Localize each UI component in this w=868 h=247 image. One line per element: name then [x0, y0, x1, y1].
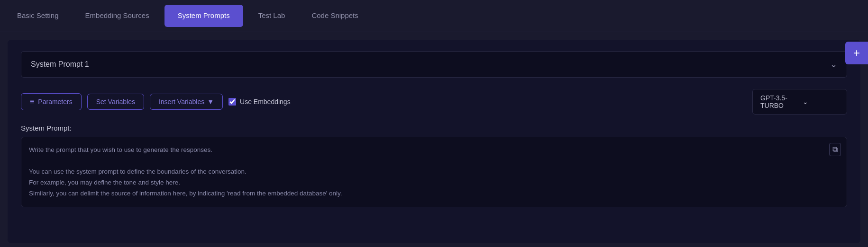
prompt-line-placeholder: Write the prompt that you wish to use to… [29, 145, 823, 156]
model-chevron-icon: ⌄ [803, 98, 839, 106]
nav-item-basic-setting[interactable]: Basic Setting [4, 0, 72, 32]
set-variables-button[interactable]: Set Variables [87, 94, 144, 110]
prompt-textarea-area: Write the prompt that you wish to use to… [21, 137, 847, 207]
insert-variables-label: Insert Variables [159, 98, 204, 106]
controls-row: Parameters Set Variables Insert Variable… [21, 89, 847, 115]
nav-item-embedding-sources[interactable]: Embedding Sources [72, 0, 163, 32]
prompt-header-title: System Prompt 1 [31, 60, 830, 69]
copy-button[interactable] [829, 143, 841, 156]
use-embeddings-toggle[interactable]: Use Embeddings [228, 98, 291, 106]
parameters-button[interactable]: Parameters [21, 93, 82, 110]
nav-item-code-snippets[interactable]: Code Snippets [298, 0, 371, 32]
prompt-header-bar[interactable]: System Prompt 1 ⌄ [21, 51, 847, 78]
use-embeddings-label: Use Embeddings [240, 98, 291, 106]
model-selector-dropdown[interactable]: GPT-3.5-TURBO ⌄ [752, 89, 847, 115]
prompt-textarea-content: Write the prompt that you wish to use to… [29, 145, 823, 199]
parameters-label: Parameters [38, 98, 72, 106]
insert-chevron-icon: ▼ [207, 98, 214, 106]
prompt-line-2: For example, you may define the tone and… [29, 177, 823, 188]
chevron-down-icon[interactable]: ⌄ [830, 59, 837, 70]
insert-variables-button[interactable]: Insert Variables ▼ [150, 94, 223, 110]
prompt-label: System Prompt: [21, 124, 847, 132]
main-panel: System Prompt 1 ⌄ Parameters Set Variabl… [8, 40, 860, 243]
copy-icon [832, 145, 838, 153]
set-variables-label: Set Variables [96, 98, 135, 106]
top-nav: Basic Setting Embedding Sources System P… [0, 0, 868, 32]
prompt-line-1: You can use the system prompt to define … [29, 167, 823, 177]
filter-icon [30, 97, 34, 106]
model-selector-value: GPT-3.5-TURBO [760, 94, 797, 109]
use-embeddings-checkbox[interactable] [228, 98, 236, 106]
model-selector-wrapper: GPT-3.5-TURBO ⌄ [752, 89, 847, 115]
add-prompt-button[interactable]: + [845, 42, 868, 64]
add-icon: + [853, 46, 860, 60]
nav-item-test-lab[interactable]: Test Lab [245, 0, 299, 32]
nav-item-system-prompts[interactable]: System Prompts [164, 5, 243, 27]
prompt-line-3: Similarly, you can delimit the source of… [29, 188, 823, 199]
